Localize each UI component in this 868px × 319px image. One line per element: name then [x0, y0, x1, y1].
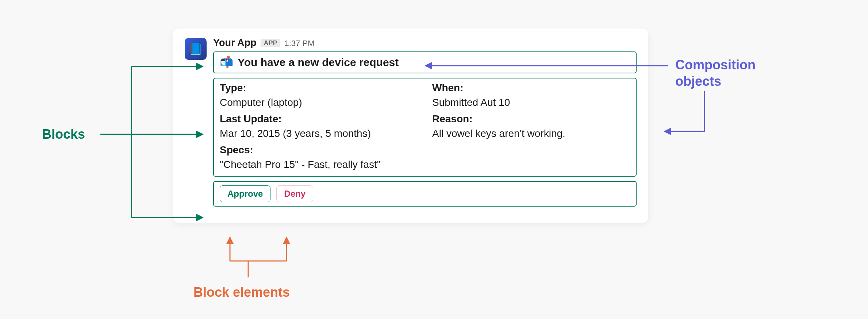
header-block-title: You have a new device request	[238, 54, 399, 70]
fields-column-left: Type: Computer (laptop) Last Update: Mar…	[220, 81, 418, 174]
field-label: Specs:	[220, 143, 418, 158]
annotation-arrow-block-elements	[230, 237, 287, 277]
message-card: 📘 Your App APP 1:37 PM 📬 You have a new …	[173, 28, 648, 223]
field-label: Type:	[220, 81, 418, 96]
annotation-composition-line1: Composition	[675, 57, 756, 73]
app-name: Your App	[213, 38, 256, 48]
header-block: 📬 You have a new device request	[213, 51, 637, 73]
annotation-blocks-label: Blocks	[42, 126, 85, 142]
annotation-block-elements-label: Block elements	[193, 284, 290, 300]
mailbox-icon: 📬	[220, 54, 233, 70]
section-block: Type: Computer (laptop) Last Update: Mar…	[213, 78, 637, 177]
field-value: Mar 10, 2015 (3 years, 5 months)	[220, 126, 418, 141]
app-badge: APP	[261, 39, 280, 47]
avatar-icon: 📘	[188, 42, 203, 56]
field-value: "Cheetah Pro 15" - Fast, really fast"	[220, 157, 418, 172]
field-value: Computer (laptop)	[220, 95, 418, 110]
field-label: When:	[432, 81, 630, 96]
field-value: All vowel keys aren't working.	[432, 126, 630, 141]
approve-button[interactable]: Approve	[220, 185, 270, 202]
deny-button[interactable]: Deny	[276, 185, 313, 202]
annotation-composition-label: Composition objects	[675, 57, 756, 89]
actions-block: Approve Deny	[213, 181, 637, 207]
message-meta: Your App APP 1:37 PM	[213, 38, 637, 48]
fields-column-right: When: Submitted Aut 10 Reason: All vowel…	[432, 81, 630, 174]
field-value: Submitted Aut 10	[432, 95, 630, 110]
message-timestamp: 1:37 PM	[285, 39, 315, 47]
app-avatar: 📘	[185, 38, 207, 60]
field-label: Last Update:	[220, 112, 418, 127]
annotation-composition-line2: objects	[675, 73, 756, 89]
field-label: Reason:	[432, 112, 630, 127]
